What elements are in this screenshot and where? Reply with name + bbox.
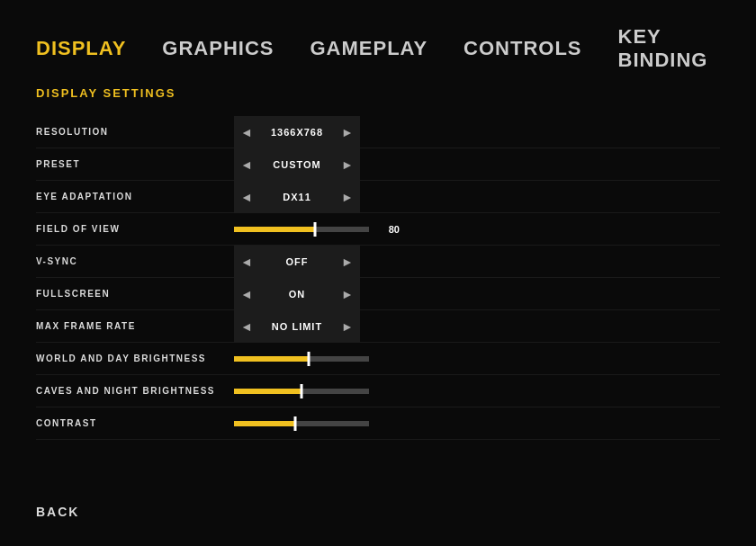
- setting-control-field-of-view: 80: [234, 224, 720, 235]
- setting-control-eye-adaptation: ◄DX11►: [234, 181, 720, 213]
- arrow-right-max-frame-rate[interactable]: ►: [335, 314, 360, 339]
- section-title: DISPLAY SETTINGS: [0, 86, 756, 116]
- slider-container-contrast: [234, 421, 720, 426]
- slider-thumb-caves-night-brightness[interactable]: [301, 384, 303, 398]
- setting-control-resolution: ◄1366x768►: [234, 116, 720, 148]
- slider-fill-caves-night-brightness: [234, 389, 302, 394]
- setting-label-fullscreen: FULLSCREEN: [36, 289, 234, 299]
- slider-fill-field-of-view: [234, 227, 315, 232]
- arrow-left-preset[interactable]: ◄: [234, 152, 259, 177]
- selector-value-fullscreen: ON: [259, 289, 335, 300]
- slider-value-field-of-view: 80: [378, 224, 400, 235]
- slider-fill-world-day-brightness: [234, 356, 309, 362]
- setting-control-fullscreen: ◄ON►: [234, 278, 720, 310]
- arrow-right-resolution[interactable]: ►: [335, 120, 360, 145]
- setting-label-preset: PRESET: [36, 159, 234, 169]
- arrow-right-fullscreen[interactable]: ►: [335, 282, 360, 307]
- selector-preset: ◄CUSTOM►: [234, 148, 360, 181]
- setting-control-preset: ◄CUSTOM►: [234, 148, 720, 181]
- arrow-left-eye-adaptation[interactable]: ◄: [234, 184, 259, 210]
- setting-label-vsync: V-SYNC: [36, 256, 234, 266]
- setting-row-eye-adaptation: EYE ADAPTATION◄DX11►: [36, 181, 720, 213]
- setting-row-contrast: CONTRAST: [36, 407, 720, 440]
- selector-fullscreen: ◄ON►: [234, 278, 360, 310]
- slider-container-field-of-view: 80: [234, 224, 720, 235]
- slider-thumb-world-day-brightness[interactable]: [307, 352, 310, 366]
- arrow-right-preset[interactable]: ►: [335, 152, 360, 177]
- setting-control-world-day-brightness: [234, 356, 720, 362]
- setting-row-fullscreen: FULLSCREEN◄ON►: [36, 278, 720, 310]
- setting-row-resolution: RESOLUTION◄1366x768►: [36, 116, 720, 148]
- nav-bar: DISPLAYGRAPHICSGAMEPLAYCONTROLSKEY BINDI…: [0, 0, 756, 86]
- selector-value-max-frame-rate: NO LIMIT: [259, 321, 335, 332]
- slider-track-world-day-brightness[interactable]: [234, 356, 369, 362]
- selector-max-frame-rate: ◄NO LIMIT►: [234, 310, 360, 343]
- selector-vsync: ◄OFF►: [234, 246, 360, 278]
- setting-control-max-frame-rate: ◄NO LIMIT►: [234, 310, 720, 343]
- setting-label-world-day-brightness: WORLD AND DAY BRIGHTNESS: [36, 354, 234, 363]
- arrow-left-fullscreen[interactable]: ◄: [234, 282, 259, 307]
- setting-row-field-of-view: FIELD OF VIEW80: [36, 213, 720, 246]
- nav-item-controls[interactable]: CONTROLS: [464, 37, 581, 60]
- selector-value-eye-adaptation: DX11: [259, 192, 335, 202]
- setting-row-vsync: V-SYNC◄OFF►: [36, 246, 720, 278]
- back-button[interactable]: BACK: [36, 505, 79, 519]
- arrow-left-max-frame-rate[interactable]: ◄: [234, 314, 259, 339]
- arrow-right-vsync[interactable]: ►: [335, 249, 360, 274]
- nav-item-display[interactable]: DISPLAY: [36, 37, 126, 60]
- setting-label-caves-night-brightness: CAVES AND NIGHT BRIGHTNESS: [36, 386, 234, 396]
- setting-control-caves-night-brightness: [234, 389, 720, 394]
- nav-item-gameplay[interactable]: GAMEPLAY: [310, 37, 428, 60]
- setting-row-caves-night-brightness: CAVES AND NIGHT BRIGHTNESS: [36, 375, 720, 407]
- selector-eye-adaptation: ◄DX11►: [234, 181, 360, 213]
- slider-fill-contrast: [234, 421, 295, 426]
- slider-track-field-of-view[interactable]: [234, 227, 369, 232]
- setting-row-preset: PRESET◄CUSTOM►: [36, 148, 720, 181]
- selector-value-preset: CUSTOM: [259, 159, 335, 170]
- selector-value-resolution: 1366x768: [259, 127, 335, 138]
- slider-container-world-day-brightness: [234, 356, 720, 362]
- setting-label-max-frame-rate: MAX FRAME RATE: [36, 321, 234, 331]
- slider-track-contrast[interactable]: [234, 421, 369, 426]
- selector-value-vsync: OFF: [259, 256, 335, 267]
- arrow-left-vsync[interactable]: ◄: [234, 249, 259, 274]
- nav-item-keybinding[interactable]: KEY BINDING: [618, 25, 720, 72]
- arrow-left-resolution[interactable]: ◄: [234, 120, 259, 145]
- slider-thumb-field-of-view[interactable]: [314, 222, 317, 237]
- setting-label-field-of-view: FIELD OF VIEW: [36, 224, 234, 234]
- slider-container-caves-night-brightness: [234, 389, 720, 394]
- setting-label-eye-adaptation: EYE ADAPTATION: [36, 192, 234, 201]
- settings-list: RESOLUTION◄1366x768►PRESET◄CUSTOM►EYE AD…: [0, 116, 756, 440]
- setting-label-contrast: CONTRAST: [36, 418, 234, 428]
- selector-resolution: ◄1366x768►: [234, 116, 360, 148]
- setting-control-contrast: [234, 421, 720, 426]
- setting-control-vsync: ◄OFF►: [234, 246, 720, 278]
- arrow-right-eye-adaptation[interactable]: ►: [335, 184, 360, 210]
- setting-row-world-day-brightness: WORLD AND DAY BRIGHTNESS: [36, 343, 720, 375]
- slider-thumb-contrast[interactable]: [293, 416, 296, 431]
- setting-label-resolution: RESOLUTION: [36, 127, 234, 137]
- slider-track-caves-night-brightness[interactable]: [234, 389, 369, 394]
- setting-row-max-frame-rate: MAX FRAME RATE◄NO LIMIT►: [36, 310, 720, 343]
- nav-item-graphics[interactable]: GRAPHICS: [162, 37, 274, 60]
